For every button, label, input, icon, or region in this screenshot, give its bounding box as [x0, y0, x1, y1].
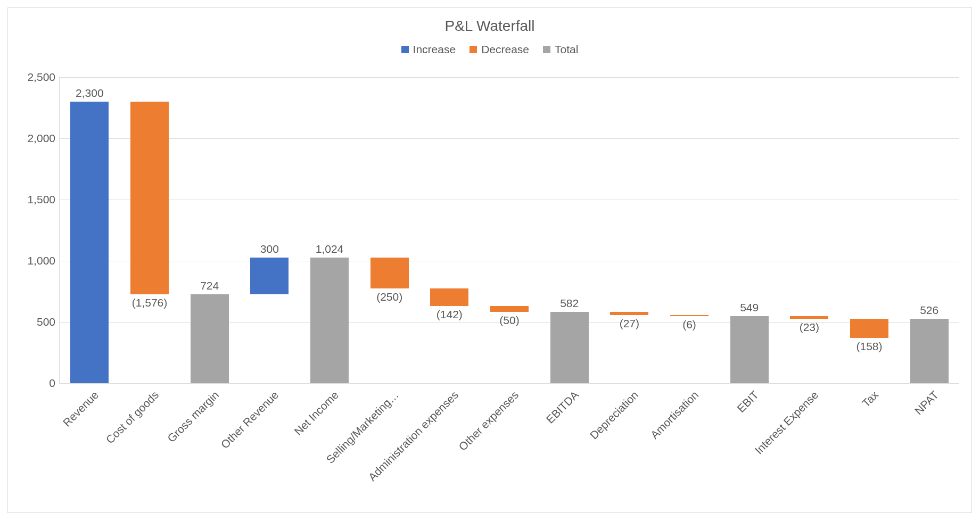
legend-label-decrease: Decrease — [481, 43, 529, 56]
x-axis-tick: Gross margin — [165, 388, 221, 445]
gridline — [60, 200, 959, 200]
x-axis-tick: Net Income — [292, 388, 341, 438]
legend-swatch-increase — [401, 46, 409, 53]
waterfall-bar — [191, 294, 229, 383]
x-axis-tick: EBITDA — [543, 388, 581, 426]
data-label: 300 — [260, 243, 279, 255]
x-axis-tick: Interest Expense — [753, 388, 821, 457]
data-label: (1,576) — [132, 296, 168, 309]
legend-swatch-total — [543, 46, 550, 53]
legend-swatch-decrease — [470, 46, 477, 53]
gridline — [60, 261, 959, 261]
waterfall-bar — [250, 258, 289, 294]
data-label: 2,300 — [76, 87, 104, 100]
x-axis-tick: EBIT — [735, 388, 761, 415]
waterfall-bar — [130, 102, 169, 294]
gridline — [60, 77, 959, 78]
waterfall-bar — [310, 258, 349, 383]
y-axis-tick: 2,000 — [27, 132, 60, 145]
y-axis-tick: 1,500 — [27, 193, 60, 206]
x-axis-tick: Revenue — [61, 388, 101, 429]
x-axis-tick: NPAT — [912, 388, 941, 417]
y-axis-tick: 1,000 — [27, 254, 60, 267]
legend-item-total: Total — [543, 43, 578, 56]
data-label: (23) — [800, 321, 819, 334]
data-label: 526 — [920, 304, 938, 317]
gridline — [60, 138, 959, 139]
waterfall-bar — [670, 315, 709, 316]
data-label: 724 — [200, 279, 219, 292]
y-axis-tick: 2,500 — [27, 71, 60, 84]
data-label: (142) — [437, 308, 463, 321]
legend-label-total: Total — [555, 43, 578, 56]
x-axis-tick: Cost of goods — [103, 388, 161, 446]
x-axis-tick: Amortisation — [648, 388, 701, 442]
y-axis-tick: 0 — [49, 377, 60, 390]
chart-container: P&L Waterfall Increase Decrease Total 05… — [7, 7, 972, 513]
waterfall-bar — [730, 316, 769, 383]
x-axis-tick: Other Revenue — [219, 388, 282, 451]
waterfall-bar — [550, 312, 589, 383]
waterfall-bar — [850, 319, 888, 338]
x-axis-tick: Depreciation — [588, 388, 641, 442]
waterfall-bar — [370, 258, 409, 288]
data-label: 549 — [740, 301, 759, 314]
waterfall-bar — [430, 288, 468, 306]
legend: Increase Decrease Total — [8, 43, 971, 56]
data-label: (158) — [856, 340, 882, 353]
data-label: 1,024 — [316, 243, 344, 255]
data-label: (6) — [682, 318, 696, 331]
waterfall-bar — [910, 319, 949, 383]
data-label: (27) — [620, 317, 639, 330]
legend-item-decrease: Decrease — [470, 43, 529, 56]
waterfall-bar — [70, 102, 109, 383]
legend-item-increase: Increase — [401, 43, 456, 56]
x-axis-labels: RevenueCost of goodsGross marginOther Re… — [59, 388, 959, 516]
x-axis-tick: Tax — [860, 388, 881, 410]
legend-label-increase: Increase — [413, 43, 456, 56]
data-label: 582 — [560, 297, 579, 310]
data-label: (250) — [376, 291, 402, 303]
data-label: (50) — [499, 314, 519, 327]
chart-title: P&L Waterfall — [8, 18, 971, 35]
x-axis-tick: Other expenses — [456, 388, 521, 453]
y-axis-tick: 500 — [37, 316, 60, 328]
waterfall-bar — [610, 312, 648, 315]
waterfall-bar — [490, 306, 529, 312]
waterfall-bar — [790, 316, 828, 319]
plot-area: 05001,0001,5002,0002,5002,300(1,576)7243… — [59, 77, 959, 384]
